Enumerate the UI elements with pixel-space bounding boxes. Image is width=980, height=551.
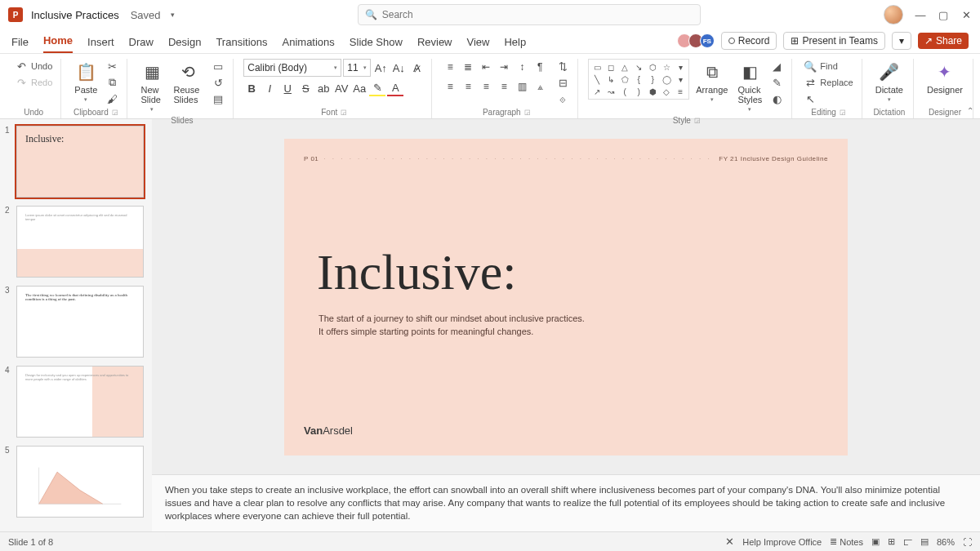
tab-draw[interactable]: Draw xyxy=(129,36,154,53)
designer-button[interactable]: ✦Designer xyxy=(924,59,966,96)
increase-font-button[interactable]: A↑ xyxy=(372,60,389,76)
tab-slideshow[interactable]: Slide Show xyxy=(350,36,403,53)
dictate-button[interactable]: 🎤Dictate▾ xyxy=(872,59,906,104)
close-pane-button[interactable]: ✕ xyxy=(725,535,734,548)
dialog-launcher-icon[interactable]: ◲ xyxy=(840,109,846,116)
new-slide-button[interactable]: ▦New Slide▾ xyxy=(137,59,167,114)
shape-effects-button[interactable]: ◐ xyxy=(768,91,785,106)
numbering-button[interactable]: ≣ xyxy=(460,59,476,75)
zoom-level[interactable]: 86% xyxy=(937,537,955,547)
align-left-button[interactable]: ≡ xyxy=(442,78,458,95)
select-button[interactable]: ↖ xyxy=(802,91,854,106)
minimize-button[interactable]: — xyxy=(915,9,926,20)
increase-indent-button[interactable]: ⇥ xyxy=(496,59,512,75)
underline-button[interactable]: U xyxy=(279,80,296,96)
smartart-button[interactable]: ⟁ xyxy=(532,78,548,95)
reading-view-button[interactable]: ⫍ xyxy=(903,537,912,547)
decrease-indent-button[interactable]: ⇤ xyxy=(478,59,494,75)
save-status[interactable]: Saved xyxy=(131,9,161,21)
text-direction-button[interactable]: ¶ xyxy=(532,59,548,75)
normal-view-button[interactable]: ▣ xyxy=(871,536,880,547)
arrange-button[interactable]: ⧉Arrange▾ xyxy=(693,59,731,104)
line-spacing-button[interactable]: ↕ xyxy=(514,59,530,75)
strikethrough-button[interactable]: S xyxy=(297,80,314,96)
redo-button[interactable]: ↷Redo xyxy=(13,75,54,90)
dialog-launcher-icon[interactable]: ◲ xyxy=(112,109,118,116)
presence-avatar[interactable]: FS xyxy=(700,33,715,48)
find-button[interactable]: 🔍Find xyxy=(802,59,854,73)
bold-button[interactable]: B xyxy=(243,80,260,96)
italic-button[interactable]: I xyxy=(261,80,278,96)
thumbnail-item[interactable]: 1 Inclusive: xyxy=(5,126,147,198)
slide-thumbnails-panel[interactable]: 1 Inclusive: 2 Lorem ipsum dolor sit ame… xyxy=(0,119,152,531)
shape-outline-button[interactable]: ✎ xyxy=(768,75,785,90)
maximize-button[interactable]: ▢ xyxy=(938,9,949,20)
presence-indicators[interactable]: FS xyxy=(680,33,715,48)
bullets-button[interactable]: ≡ xyxy=(442,59,458,75)
format-painter-button[interactable]: 🖌 xyxy=(104,91,120,106)
shape-fill-button[interactable]: ◢ xyxy=(768,59,785,73)
help-improve-link[interactable]: Help Improve Office xyxy=(742,537,822,547)
dialog-launcher-icon[interactable]: ◲ xyxy=(341,109,347,116)
speaker-notes[interactable]: When you take steps to create an inclusi… xyxy=(152,474,980,531)
font-size-select[interactable]: 11▾ xyxy=(343,59,371,77)
tab-view[interactable]: View xyxy=(467,36,490,53)
layout-button[interactable]: ▭ xyxy=(210,59,226,73)
tab-design[interactable]: Design xyxy=(168,36,201,53)
text-shadow-button[interactable]: ab xyxy=(315,80,332,96)
reuse-slides-button[interactable]: ⟲Reuse Slides xyxy=(171,59,207,106)
slide-body-text[interactable]: The start of a journey to shift our mind… xyxy=(318,312,585,339)
thumbnail-item[interactable]: 2 Lorem ipsum dolor sit amet consectetur… xyxy=(5,206,147,278)
columns-button[interactable]: ▥ xyxy=(514,78,530,95)
tab-insert[interactable]: Insert xyxy=(87,36,114,53)
clear-formatting-button[interactable]: A̷ xyxy=(408,60,425,76)
slide-title[interactable]: Inclusive: xyxy=(317,243,517,301)
cut-button[interactable]: ✂ xyxy=(104,59,120,73)
dialog-launcher-icon[interactable]: ◲ xyxy=(524,109,531,116)
tab-file[interactable]: File xyxy=(11,36,29,53)
tab-help[interactable]: Help xyxy=(504,36,526,53)
font-color-button[interactable]: A xyxy=(387,80,403,96)
replace-button[interactable]: ⇄Replace xyxy=(802,75,854,90)
tab-review[interactable]: Review xyxy=(417,36,452,53)
align-text-button[interactable]: ⊟ xyxy=(555,75,571,90)
notes-toggle-button[interactable]: ≣Notes xyxy=(830,536,863,547)
search-input[interactable]: 🔍 Search xyxy=(358,4,701,25)
reset-button[interactable]: ↺ xyxy=(210,75,226,90)
chevron-down-icon[interactable]: ▾ xyxy=(171,11,175,19)
fit-to-window-button[interactable]: ⛶ xyxy=(963,537,972,547)
ribbon-mode-button[interactable]: ▾ xyxy=(892,32,911,50)
undo-button[interactable]: ↶Undo xyxy=(13,59,54,73)
align-right-button[interactable]: ≡ xyxy=(478,78,494,95)
section-button[interactable]: ▤ xyxy=(210,91,226,106)
collapse-ribbon-button[interactable]: ⌃ xyxy=(967,106,973,115)
slideshow-view-button[interactable]: ▤ xyxy=(920,536,929,547)
thumbnail-item[interactable]: 5 xyxy=(5,446,147,518)
decrease-font-button[interactable]: A↓ xyxy=(390,60,407,76)
user-avatar[interactable] xyxy=(884,5,903,24)
shapes-gallery[interactable]: ▭◻△↘⬡☆▾ ╲↳⬠{}◯▾ ↗↝()⬢◇≡ xyxy=(588,59,689,100)
slide-count-status[interactable]: Slide 1 of 8 xyxy=(8,537,53,547)
close-button[interactable]: ✕ xyxy=(960,9,972,20)
slide-sorter-button[interactable]: ⊞ xyxy=(888,536,895,547)
justify-button[interactable]: ≡ xyxy=(496,78,512,95)
align-center-button[interactable]: ≡ xyxy=(460,78,476,95)
copy-button[interactable]: ⧉ xyxy=(104,75,120,90)
paste-button[interactable]: 📋Paste▾ xyxy=(71,59,100,104)
tab-animations[interactable]: Animations xyxy=(283,36,335,53)
record-button[interactable]: Record xyxy=(721,32,777,50)
present-in-teams-button[interactable]: ⊞Present in Teams xyxy=(783,32,885,50)
font-name-select[interactable]: Calibri (Body)▾ xyxy=(243,59,341,77)
tab-home[interactable]: Home xyxy=(43,34,73,53)
quick-styles-button[interactable]: ◧Quick Styles▾ xyxy=(734,59,765,114)
character-spacing-button[interactable]: AV xyxy=(333,80,350,96)
change-case-button[interactable]: Aa xyxy=(351,80,368,96)
highlight-button[interactable]: ✎ xyxy=(369,80,385,96)
thumbnail-item[interactable]: 4 Design for inclusivity and you open up… xyxy=(5,366,147,438)
share-button[interactable]: ↗Share xyxy=(918,33,969,49)
slide-canvas[interactable]: P 01 · · · · · · · · · · · · · · · · · ·… xyxy=(284,139,848,455)
convert-smartart-button[interactable]: ⟐ xyxy=(555,91,571,106)
tab-transitions[interactable]: Transitions xyxy=(216,36,267,53)
thumbnail-item[interactable]: 3 The first thing we learned is that def… xyxy=(5,286,147,358)
text-direction-button[interactable]: ⇅ xyxy=(555,59,571,73)
